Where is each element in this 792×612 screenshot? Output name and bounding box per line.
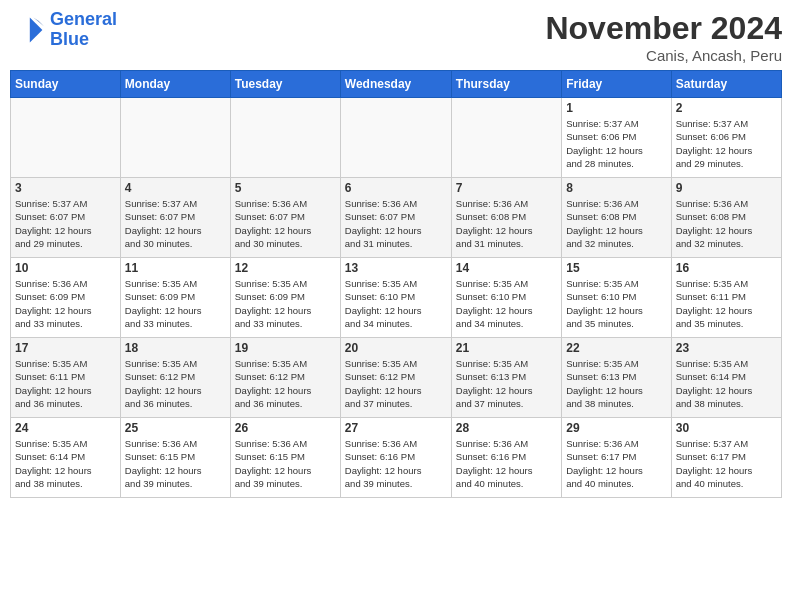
day-number: 21 <box>456 341 557 355</box>
day-info: Sunrise: 5:36 AM Sunset: 6:09 PM Dayligh… <box>15 277 116 330</box>
day-info: Sunrise: 5:35 AM Sunset: 6:10 PM Dayligh… <box>456 277 557 330</box>
calendar-week-row: 3Sunrise: 5:37 AM Sunset: 6:07 PM Daylig… <box>11 178 782 258</box>
calendar-cell: 18Sunrise: 5:35 AM Sunset: 6:12 PM Dayli… <box>120 338 230 418</box>
calendar-cell: 29Sunrise: 5:36 AM Sunset: 6:17 PM Dayli… <box>562 418 671 498</box>
day-info: Sunrise: 5:36 AM Sunset: 6:07 PM Dayligh… <box>345 197 447 250</box>
day-info: Sunrise: 5:35 AM Sunset: 6:13 PM Dayligh… <box>456 357 557 410</box>
day-number: 15 <box>566 261 666 275</box>
weekday-header-monday: Monday <box>120 71 230 98</box>
day-info: Sunrise: 5:37 AM Sunset: 6:07 PM Dayligh… <box>125 197 226 250</box>
day-info: Sunrise: 5:35 AM Sunset: 6:11 PM Dayligh… <box>15 357 116 410</box>
calendar-cell: 7Sunrise: 5:36 AM Sunset: 6:08 PM Daylig… <box>451 178 561 258</box>
day-info: Sunrise: 5:35 AM Sunset: 6:09 PM Dayligh… <box>235 277 336 330</box>
calendar-cell: 13Sunrise: 5:35 AM Sunset: 6:10 PM Dayli… <box>340 258 451 338</box>
day-number: 23 <box>676 341 777 355</box>
weekday-header-friday: Friday <box>562 71 671 98</box>
day-number: 25 <box>125 421 226 435</box>
day-number: 26 <box>235 421 336 435</box>
day-info: Sunrise: 5:35 AM Sunset: 6:09 PM Dayligh… <box>125 277 226 330</box>
calendar-week-row: 17Sunrise: 5:35 AM Sunset: 6:11 PM Dayli… <box>11 338 782 418</box>
calendar-cell: 3Sunrise: 5:37 AM Sunset: 6:07 PM Daylig… <box>11 178 121 258</box>
day-info: Sunrise: 5:35 AM Sunset: 6:11 PM Dayligh… <box>676 277 777 330</box>
calendar-cell: 2Sunrise: 5:37 AM Sunset: 6:06 PM Daylig… <box>671 98 781 178</box>
day-number: 9 <box>676 181 777 195</box>
calendar-cell: 30Sunrise: 5:37 AM Sunset: 6:17 PM Dayli… <box>671 418 781 498</box>
day-info: Sunrise: 5:36 AM Sunset: 6:08 PM Dayligh… <box>566 197 666 250</box>
calendar-cell: 15Sunrise: 5:35 AM Sunset: 6:10 PM Dayli… <box>562 258 671 338</box>
calendar-cell: 27Sunrise: 5:36 AM Sunset: 6:16 PM Dayli… <box>340 418 451 498</box>
calendar-cell <box>451 98 561 178</box>
calendar-cell: 26Sunrise: 5:36 AM Sunset: 6:15 PM Dayli… <box>230 418 340 498</box>
calendar-cell: 12Sunrise: 5:35 AM Sunset: 6:09 PM Dayli… <box>230 258 340 338</box>
day-number: 8 <box>566 181 666 195</box>
calendar-cell: 20Sunrise: 5:35 AM Sunset: 6:12 PM Dayli… <box>340 338 451 418</box>
calendar-cell <box>230 98 340 178</box>
svg-marker-0 <box>30 17 43 42</box>
day-info: Sunrise: 5:35 AM Sunset: 6:10 PM Dayligh… <box>345 277 447 330</box>
calendar: SundayMondayTuesdayWednesdayThursdayFrid… <box>10 70 782 498</box>
day-info: Sunrise: 5:36 AM Sunset: 6:07 PM Dayligh… <box>235 197 336 250</box>
page-header: General Blue November 2024 Canis, Ancash… <box>10 10 782 64</box>
day-number: 2 <box>676 101 777 115</box>
day-info: Sunrise: 5:35 AM Sunset: 6:12 PM Dayligh… <box>345 357 447 410</box>
weekday-header-row: SundayMondayTuesdayWednesdayThursdayFrid… <box>11 71 782 98</box>
weekday-header-wednesday: Wednesday <box>340 71 451 98</box>
day-number: 24 <box>15 421 116 435</box>
calendar-cell: 11Sunrise: 5:35 AM Sunset: 6:09 PM Dayli… <box>120 258 230 338</box>
calendar-cell: 16Sunrise: 5:35 AM Sunset: 6:11 PM Dayli… <box>671 258 781 338</box>
calendar-cell: 22Sunrise: 5:35 AM Sunset: 6:13 PM Dayli… <box>562 338 671 418</box>
calendar-cell <box>340 98 451 178</box>
calendar-cell: 6Sunrise: 5:36 AM Sunset: 6:07 PM Daylig… <box>340 178 451 258</box>
logo-icon <box>10 12 46 48</box>
day-info: Sunrise: 5:36 AM Sunset: 6:08 PM Dayligh… <box>456 197 557 250</box>
day-info: Sunrise: 5:35 AM Sunset: 6:14 PM Dayligh… <box>676 357 777 410</box>
calendar-cell: 17Sunrise: 5:35 AM Sunset: 6:11 PM Dayli… <box>11 338 121 418</box>
day-number: 19 <box>235 341 336 355</box>
day-number: 7 <box>456 181 557 195</box>
weekday-header-thursday: Thursday <box>451 71 561 98</box>
calendar-cell: 8Sunrise: 5:36 AM Sunset: 6:08 PM Daylig… <box>562 178 671 258</box>
day-number: 4 <box>125 181 226 195</box>
weekday-header-sunday: Sunday <box>11 71 121 98</box>
day-info: Sunrise: 5:36 AM Sunset: 6:16 PM Dayligh… <box>456 437 557 490</box>
day-info: Sunrise: 5:36 AM Sunset: 6:17 PM Dayligh… <box>566 437 666 490</box>
day-number: 16 <box>676 261 777 275</box>
day-info: Sunrise: 5:36 AM Sunset: 6:16 PM Dayligh… <box>345 437 447 490</box>
calendar-cell: 25Sunrise: 5:36 AM Sunset: 6:15 PM Dayli… <box>120 418 230 498</box>
calendar-cell: 4Sunrise: 5:37 AM Sunset: 6:07 PM Daylig… <box>120 178 230 258</box>
day-number: 6 <box>345 181 447 195</box>
calendar-cell: 21Sunrise: 5:35 AM Sunset: 6:13 PM Dayli… <box>451 338 561 418</box>
day-number: 10 <box>15 261 116 275</box>
weekday-header-saturday: Saturday <box>671 71 781 98</box>
calendar-cell: 10Sunrise: 5:36 AM Sunset: 6:09 PM Dayli… <box>11 258 121 338</box>
calendar-cell: 28Sunrise: 5:36 AM Sunset: 6:16 PM Dayli… <box>451 418 561 498</box>
calendar-cell: 24Sunrise: 5:35 AM Sunset: 6:14 PM Dayli… <box>11 418 121 498</box>
day-number: 14 <box>456 261 557 275</box>
day-number: 22 <box>566 341 666 355</box>
calendar-cell: 23Sunrise: 5:35 AM Sunset: 6:14 PM Dayli… <box>671 338 781 418</box>
day-number: 27 <box>345 421 447 435</box>
calendar-cell: 19Sunrise: 5:35 AM Sunset: 6:12 PM Dayli… <box>230 338 340 418</box>
weekday-header-tuesday: Tuesday <box>230 71 340 98</box>
day-number: 18 <box>125 341 226 355</box>
calendar-cell <box>11 98 121 178</box>
calendar-cell: 14Sunrise: 5:35 AM Sunset: 6:10 PM Dayli… <box>451 258 561 338</box>
day-number: 28 <box>456 421 557 435</box>
day-info: Sunrise: 5:36 AM Sunset: 6:15 PM Dayligh… <box>235 437 336 490</box>
calendar-week-row: 10Sunrise: 5:36 AM Sunset: 6:09 PM Dayli… <box>11 258 782 338</box>
day-number: 11 <box>125 261 226 275</box>
day-number: 5 <box>235 181 336 195</box>
day-info: Sunrise: 5:35 AM Sunset: 6:12 PM Dayligh… <box>235 357 336 410</box>
calendar-cell: 1Sunrise: 5:37 AM Sunset: 6:06 PM Daylig… <box>562 98 671 178</box>
calendar-week-row: 1Sunrise: 5:37 AM Sunset: 6:06 PM Daylig… <box>11 98 782 178</box>
logo: General Blue <box>10 10 117 50</box>
day-info: Sunrise: 5:35 AM Sunset: 6:14 PM Dayligh… <box>15 437 116 490</box>
day-info: Sunrise: 5:37 AM Sunset: 6:07 PM Dayligh… <box>15 197 116 250</box>
calendar-cell: 5Sunrise: 5:36 AM Sunset: 6:07 PM Daylig… <box>230 178 340 258</box>
month-title: November 2024 <box>545 10 782 47</box>
day-number: 12 <box>235 261 336 275</box>
logo-text: General Blue <box>50 10 117 50</box>
title-block: November 2024 Canis, Ancash, Peru <box>545 10 782 64</box>
day-info: Sunrise: 5:37 AM Sunset: 6:06 PM Dayligh… <box>566 117 666 170</box>
day-info: Sunrise: 5:35 AM Sunset: 6:10 PM Dayligh… <box>566 277 666 330</box>
